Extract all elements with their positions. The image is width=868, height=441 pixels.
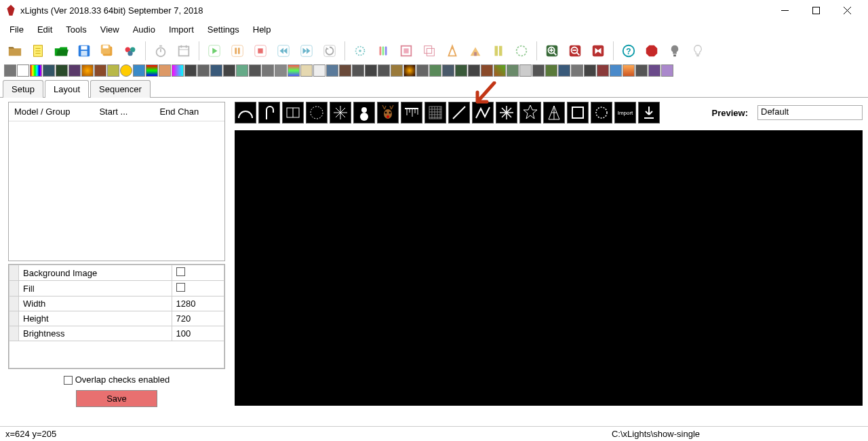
effect-swatch[interactable] (210, 64, 222, 77)
effect-swatch[interactable] (223, 64, 235, 77)
model-import-icon[interactable]: Import (614, 102, 636, 123)
replay-icon[interactable] (319, 40, 340, 62)
effect-swatch[interactable] (249, 64, 261, 77)
effect-swatch[interactable] (571, 64, 583, 77)
effect-swatch[interactable] (365, 64, 377, 77)
prop-brightness-value[interactable]: 100 (172, 326, 224, 341)
model-snowman-icon[interactable] (353, 102, 375, 123)
help-icon[interactable]: ? (618, 40, 639, 62)
overlap-checkbox[interactable]: Overlap checks enabled (8, 375, 225, 385)
effect-swatch[interactable] (313, 64, 326, 77)
model-wreath-icon[interactable] (591, 102, 612, 123)
zoom-out-icon[interactable] (564, 40, 586, 62)
model-circle-icon[interactable] (306, 102, 328, 123)
effect-swatch[interactable] (442, 64, 454, 77)
save-button[interactable]: Save (76, 390, 157, 407)
effect-swatch[interactable] (378, 64, 390, 77)
effect-swatch[interactable] (339, 64, 351, 77)
effect-swatch[interactable] (494, 64, 506, 77)
effect6-icon[interactable] (465, 40, 486, 62)
col-end-chan[interactable]: End Chan (154, 102, 224, 121)
effect-swatch[interactable] (416, 64, 429, 77)
effect-swatch[interactable] (610, 64, 622, 77)
effect1-icon[interactable] (349, 40, 371, 62)
menu-help[interactable]: Help (248, 22, 277, 37)
model-download-icon[interactable] (638, 102, 660, 123)
effect8-icon[interactable] (511, 40, 532, 62)
close-button[interactable] (831, 0, 863, 20)
model-icicles-icon[interactable] (401, 102, 422, 123)
effect-swatch[interactable] (597, 64, 609, 77)
effect-swatch[interactable] (107, 64, 119, 77)
model-line-icon[interactable] (448, 102, 470, 123)
col-model-group[interactable]: Model / Group (9, 102, 94, 121)
effect-swatch[interactable] (623, 64, 635, 77)
effect-swatch[interactable] (455, 64, 467, 77)
play-icon[interactable] (203, 40, 225, 62)
effect-swatch[interactable] (300, 64, 313, 77)
zoom-in-icon[interactable] (541, 40, 563, 62)
effect-swatch[interactable] (159, 64, 171, 77)
model-polyline-icon[interactable] (472, 102, 494, 123)
model-star-icon[interactable] (519, 102, 541, 123)
new-sequence-icon[interactable] (27, 40, 49, 62)
effect-swatch[interactable] (545, 64, 557, 77)
effect5-icon[interactable] (441, 40, 463, 62)
forward-icon[interactable] (296, 40, 317, 62)
open-sequence-icon[interactable] (50, 40, 72, 62)
menu-file[interactable]: File (4, 22, 29, 37)
prop-width-value[interactable]: 1280 (172, 296, 224, 311)
effect3-icon[interactable] (395, 40, 417, 62)
effect-swatch[interactable] (81, 64, 94, 77)
model-cube-icon[interactable] (567, 102, 589, 123)
model-snowflake-icon[interactable] (330, 102, 351, 123)
effect-swatch[interactable] (68, 64, 81, 77)
minimize-button[interactable] (769, 0, 800, 20)
effect-swatch[interactable] (17, 64, 29, 77)
effect-swatch[interactable] (661, 64, 673, 77)
effect-swatch[interactable] (146, 64, 158, 77)
effect4-icon[interactable] (418, 40, 440, 62)
maximize-button[interactable] (800, 0, 831, 20)
model-list[interactable]: Model / Group Start ... End Chan (8, 102, 225, 261)
lights-on-icon[interactable] (687, 40, 709, 62)
effect-swatch[interactable] (648, 64, 660, 77)
effect2-icon[interactable] (372, 40, 394, 62)
effect-swatch[interactable] (133, 64, 145, 77)
effect-swatch[interactable] (4, 64, 16, 77)
preview-select[interactable]: Default (757, 105, 863, 120)
preview-canvas[interactable] (235, 130, 863, 406)
effect-swatch[interactable] (558, 64, 570, 77)
effect-swatch[interactable] (94, 64, 106, 77)
stop-icon[interactable] (250, 40, 271, 62)
model-candycane-icon[interactable] (258, 102, 280, 123)
effect-swatch[interactable] (30, 64, 42, 77)
effect-swatch[interactable] (584, 64, 596, 77)
calendar-icon[interactable] (173, 40, 195, 62)
effect-swatch[interactable] (172, 64, 184, 77)
menu-edit[interactable]: Edit (32, 22, 58, 37)
stopwatch-icon[interactable] (150, 40, 172, 62)
save-all-icon[interactable] (96, 40, 118, 62)
effect-swatch[interactable] (403, 64, 416, 77)
render-icon[interactable] (119, 40, 141, 62)
effect-swatch[interactable] (236, 64, 248, 77)
effect-swatch[interactable] (635, 64, 648, 77)
rewind-icon[interactable] (273, 40, 294, 62)
model-arch-icon[interactable] (235, 102, 256, 123)
save-icon[interactable] (73, 40, 95, 62)
effect7-icon[interactable] (488, 40, 509, 62)
menu-settings[interactable]: Settings (202, 22, 245, 37)
effect-swatch[interactable] (481, 64, 493, 77)
tab-setup[interactable]: Setup (3, 80, 43, 98)
effect-swatch[interactable] (468, 64, 480, 77)
effect-swatch[interactable] (275, 64, 287, 77)
menu-audio[interactable]: Audio (127, 22, 161, 37)
effect-swatch[interactable] (391, 64, 403, 77)
effect-swatch[interactable] (429, 64, 441, 77)
menu-view[interactable]: View (95, 22, 125, 37)
effects-icon[interactable] (587, 40, 609, 62)
model-reindeer-icon[interactable] (377, 102, 399, 123)
model-matrix-icon[interactable] (425, 102, 446, 123)
menu-tools[interactable]: Tools (60, 22, 92, 37)
